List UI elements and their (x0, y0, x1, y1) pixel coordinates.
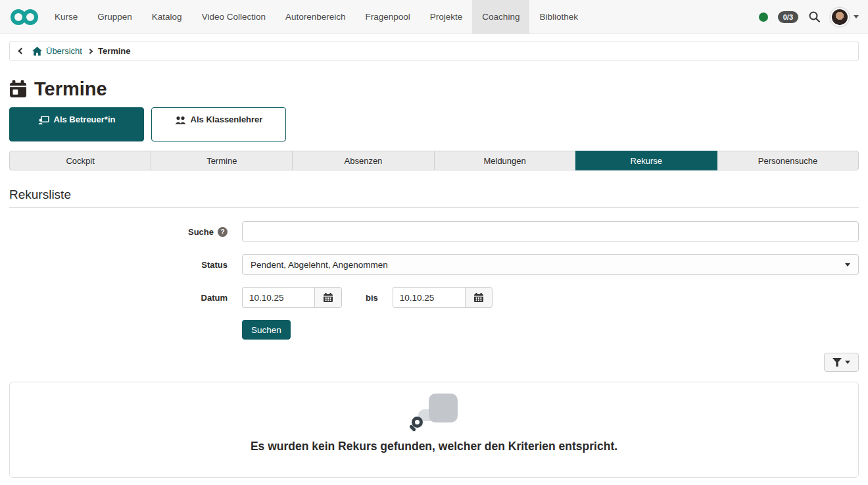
status-select-value: Pendent, Abgelehnt, Angenommen (251, 260, 388, 270)
submit-row: Suchen (9, 320, 859, 340)
page-title: Termine (9, 78, 859, 100)
navbar-right-tools: 0/3 (759, 8, 859, 26)
nav-item-autorenbereich[interactable]: Autorenbereich (276, 0, 356, 34)
chalkboard-user-icon (38, 115, 49, 125)
breadcrumb-current: Termine (98, 46, 131, 56)
users-icon (175, 115, 186, 125)
home-icon (32, 47, 42, 56)
calendar-icon (324, 293, 333, 302)
tab-absenzen[interactable]: Absenzen (292, 151, 434, 170)
date-from-input[interactable] (242, 287, 314, 308)
table-tools (9, 353, 859, 372)
chevron-down-icon (845, 361, 850, 364)
nav-item-coaching[interactable]: Coaching (472, 0, 529, 34)
role-button-label: Als Klassenlehrer (191, 115, 263, 124)
nav-item-gruppen[interactable]: Gruppen (87, 0, 142, 34)
main-navigation: Kurse Gruppen Katalog Video Collection A… (45, 0, 588, 34)
date-to-group (393, 287, 493, 308)
calendar-icon (9, 80, 27, 98)
select-caret-icon (845, 263, 850, 267)
back-chevron-left-icon[interactable] (18, 48, 25, 55)
status-row: Status Pendent, Abgelehnt, Angenommen (9, 254, 859, 275)
nav-item-kurse[interactable]: Kurse (45, 0, 87, 34)
top-navbar: Kurse Gruppen Katalog Video Collection A… (0, 0, 868, 34)
date-from-calendar-button[interactable] (314, 287, 342, 308)
nav-item-video-collection[interactable]: Video Collection (192, 0, 276, 34)
empty-search-illustration (409, 394, 459, 434)
search-submit-button[interactable]: Suchen (242, 320, 291, 340)
calendar-icon (474, 293, 483, 302)
user-menu[interactable] (831, 8, 859, 26)
nav-item-fragenpool[interactable]: Fragenpool (356, 0, 420, 34)
avatar[interactable] (831, 8, 849, 26)
date-from-group (242, 287, 342, 308)
status-label-wrap: Status (9, 260, 228, 270)
empty-state-message: Es wurden kein Rekurs gefunden, welcher … (10, 440, 858, 453)
notification-badge[interactable]: 0/3 (778, 11, 798, 23)
app-logo-infinity-icon[interactable] (9, 8, 39, 26)
nav-item-projekte[interactable]: Projekte (420, 0, 473, 34)
date-label: Datum (201, 293, 228, 303)
tab-meldungen[interactable]: Meldungen (434, 151, 576, 170)
status-select[interactable]: Pendent, Abgelehnt, Angenommen (242, 254, 859, 275)
tab-termine[interactable]: Termine (151, 151, 293, 170)
date-separator-label: bis (366, 293, 378, 303)
help-question-circle-icon[interactable]: ? (218, 227, 228, 237)
breadcrumb: Übersicht Termine (9, 41, 859, 61)
search-icon[interactable] (808, 11, 821, 23)
online-status-dot (759, 13, 768, 22)
tab-personensuche[interactable]: Personensuche (717, 151, 859, 170)
filter-funnel-icon (832, 358, 842, 367)
main-content: Übersicht Termine Termine Als Betreuer*i… (0, 41, 868, 478)
role-button-betreuer[interactable]: Als Betreuer*in (9, 107, 144, 141)
date-label-wrap: Datum (9, 293, 228, 303)
role-button-label: Als Betreuer*in (54, 115, 116, 124)
coaching-tab-bar: Cockpit Termine Absenzen Meldungen Rekur… (9, 151, 859, 170)
filter-dropdown-button[interactable] (824, 353, 859, 372)
search-label: Suche (188, 227, 214, 237)
nav-item-katalog[interactable]: Katalog (142, 0, 192, 34)
tab-cockpit[interactable]: Cockpit (9, 151, 151, 170)
search-row: Suche ? (9, 221, 859, 242)
search-input[interactable] (242, 221, 859, 242)
date-to-calendar-button[interactable] (465, 287, 493, 308)
page-title-text: Termine (34, 78, 107, 100)
breadcrumb-root-label: Übersicht (46, 46, 82, 56)
date-row: Datum (9, 287, 859, 308)
tab-rekurse[interactable]: Rekurse (575, 151, 717, 170)
role-switcher: Als Betreuer*in Als Klassenlehrer (9, 107, 859, 141)
status-label: Status (201, 260, 228, 270)
illustration-front-card (429, 394, 458, 422)
breadcrumb-separator-icon (87, 48, 93, 53)
breadcrumb-root-link[interactable]: Übersicht (32, 46, 82, 56)
date-to-input[interactable] (393, 287, 465, 308)
nav-item-bibliothek[interactable]: Bibliothek (529, 0, 588, 34)
empty-results-panel: Es wurden kein Rekurs gefunden, welcher … (9, 382, 859, 478)
rekurs-filter-form: Suche ? Status Pendent, Abgelehnt, Angen… (9, 221, 859, 340)
chevron-down-icon (854, 15, 859, 18)
search-label-wrap: Suche ? (9, 227, 228, 237)
section-heading: Rekursliste (9, 188, 859, 208)
role-button-klassenlehrer[interactable]: Als Klassenlehrer (151, 107, 286, 141)
